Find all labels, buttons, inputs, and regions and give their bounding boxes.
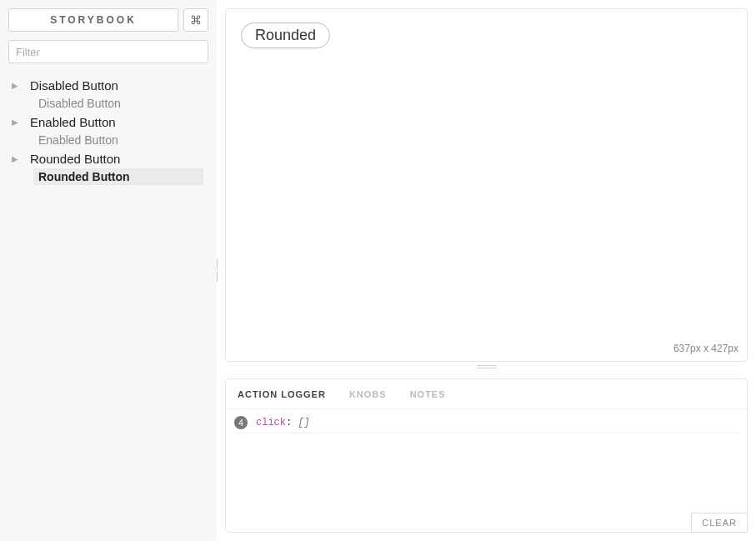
storybook-title-button[interactable]: STORYBOOK (8, 8, 178, 32)
tree-leaf-enabled-button[interactable]: Enabled Button (33, 132, 208, 148)
command-icon: ⌘ (190, 13, 202, 27)
stories-tree: ▶ Disabled Button Disabled Button ▶ Enab… (8, 75, 208, 185)
addons-tabs: ACTION LOGGER KNOBS NOTES (226, 379, 747, 409)
tree-group-disabled-button[interactable]: ▶ Disabled Button (8, 75, 208, 95)
rounded-demo-button[interactable]: Rounded (241, 23, 330, 48)
sidebar-header: STORYBOOK ⌘ (8, 8, 208, 32)
tree-group-label: Rounded Button (30, 152, 120, 166)
tree-group-label: Enabled Button (30, 115, 116, 129)
chevron-right-icon: ▶ (8, 81, 22, 90)
tree-group-label: Disabled Button (30, 78, 118, 93)
panel-resize-handle[interactable] (477, 365, 497, 370)
tab-notes[interactable]: NOTES (410, 389, 446, 399)
tree-group-enabled-button[interactable]: ▶ Enabled Button (8, 112, 208, 132)
log-entry[interactable]: 4 click: [] (234, 416, 738, 433)
tree-leaf-disabled-button[interactable]: Disabled Button (33, 95, 208, 112)
tree-leaf-rounded-button[interactable]: Rounded Button (33, 168, 203, 185)
main-area: Rounded 637px x 427px ACTION LOGGER KNOB… (217, 0, 756, 541)
tab-action-logger[interactable]: ACTION LOGGER (238, 389, 326, 399)
log-colon: : (286, 417, 292, 428)
clear-button[interactable]: CLEAR (691, 513, 748, 533)
preview-dimensions: 637px x 427px (673, 343, 738, 354)
addons-panel: ACTION LOGGER KNOBS NOTES 4 click: [] CL… (225, 378, 748, 533)
log-payload: [] (298, 417, 309, 428)
chevron-right-icon: ▶ (8, 154, 22, 163)
preview-panel: Rounded 637px x 427px (225, 8, 748, 362)
action-log: 4 click: [] (226, 409, 747, 532)
chevron-right-icon: ▶ (8, 118, 22, 127)
log-event-name: click (256, 417, 286, 428)
shortcuts-button[interactable]: ⌘ (183, 8, 208, 32)
sidebar: STORYBOOK ⌘ ▶ Disabled Button Disabled B… (0, 0, 217, 541)
sidebar-resize-handle[interactable] (215, 258, 218, 283)
log-count-badge: 4 (234, 416, 248, 429)
tree-group-rounded-button[interactable]: ▶ Rounded Button (8, 148, 208, 168)
tab-knobs[interactable]: KNOBS (349, 389, 387, 399)
filter-input[interactable] (8, 40, 208, 63)
